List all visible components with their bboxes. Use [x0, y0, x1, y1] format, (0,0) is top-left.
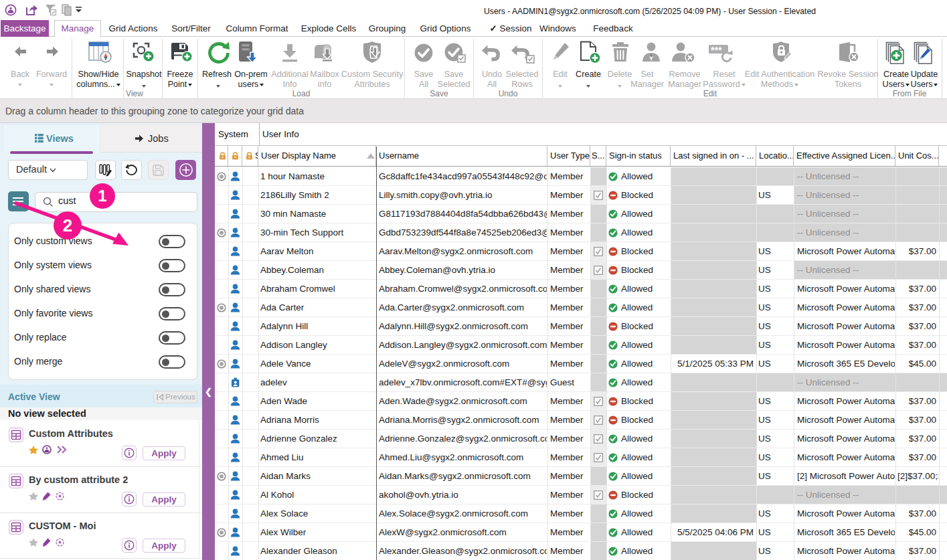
svg-text:***: ***: [711, 45, 722, 56]
